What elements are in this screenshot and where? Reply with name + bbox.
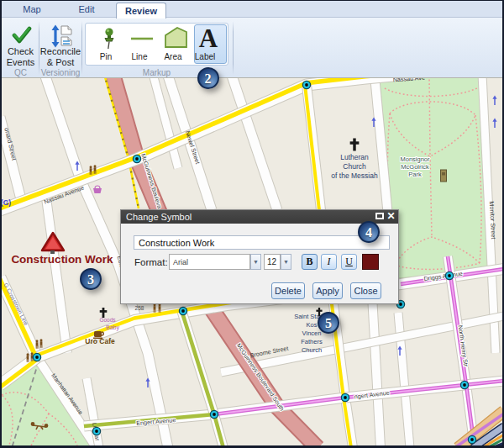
svg-text:Vincen: Vincen: [302, 329, 322, 337]
svg-text:of the Messiah: of the Messiah: [331, 171, 378, 180]
svg-text:Lutheran: Lutheran: [340, 153, 369, 161]
svg-text:Monsignor: Monsignor: [400, 155, 430, 163]
svg-text:258: 258: [135, 305, 144, 311]
svg-text:Church: Church: [302, 346, 322, 354]
svg-text:McGolrick: McGolrick: [401, 163, 429, 171]
svg-text:Church: Church: [343, 162, 366, 171]
svg-text:Kos: Kos: [307, 321, 318, 329]
svg-text:Goods: Goods: [99, 317, 116, 323]
svg-text:(G): (G): [2, 198, 11, 207]
svg-text:Construction Work: Construction Work: [11, 253, 113, 266]
svg-text:Fathers: Fathers: [301, 338, 323, 345]
svg-text:Park: Park: [408, 171, 422, 178]
svg-text:Baby: Baby: [106, 324, 119, 331]
